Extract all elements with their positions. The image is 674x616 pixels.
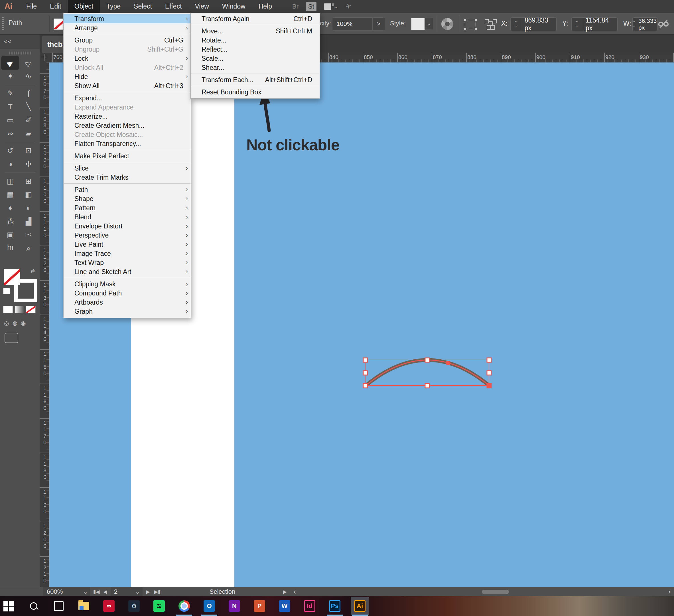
- transform-bounding-box-icon[interactable]: [465, 20, 476, 29]
- x-stepper[interactable]: ⌃⌄: [511, 18, 521, 31]
- taskbar-indesign-icon[interactable]: Id: [303, 600, 316, 612]
- w-stepper[interactable]: ⌃⌄: [633, 18, 636, 31]
- menu-item-group[interactable]: GroupCtrl+G: [64, 36, 191, 45]
- mesh-tool-icon[interactable]: ▦: [1, 188, 19, 201]
- y-field[interactable]: ⌃⌄ 1154.84 px: [571, 17, 617, 31]
- next-artboard-button[interactable]: ▶: [144, 587, 152, 596]
- symbol-sprayer-tool-icon[interactable]: ⁂: [1, 215, 19, 228]
- menubar-item-file[interactable]: File: [20, 0, 43, 13]
- ruler-origin-corner[interactable]: [40, 53, 49, 62]
- menu-item-move[interactable]: Move...Shift+Ctrl+M: [191, 26, 320, 36]
- menubar-item-edit[interactable]: Edit: [43, 0, 68, 13]
- taskbar-word-icon[interactable]: W: [278, 600, 291, 612]
- rotate-tool-icon[interactable]: ↺: [1, 144, 19, 158]
- direct-selection-tool-icon[interactable]: ▷: [19, 56, 38, 70]
- handle-mid-right[interactable]: [487, 371, 491, 375]
- taskbar-photoshop-icon[interactable]: Ps: [328, 600, 341, 612]
- menu-item-rotate[interactable]: Rotate...: [191, 36, 320, 45]
- status-back-icon[interactable]: ‹: [292, 587, 298, 596]
- menu-item-text-wrap[interactable]: Text Wrap›: [64, 258, 191, 267]
- menu-item-make-pixel-perfect[interactable]: Make Pixel Perfect: [64, 151, 191, 161]
- draw-inside-icon[interactable]: ◉: [21, 320, 26, 326]
- menu-item-compound-path[interactable]: Compound Path›: [64, 289, 191, 298]
- taskbar-task-view-icon[interactable]: [52, 600, 65, 612]
- menu-item-transform-each[interactable]: Transform Each...Alt+Shift+Ctrl+D: [191, 75, 320, 84]
- none-mode-button[interactable]: [26, 306, 35, 313]
- handle-mid-left[interactable]: [363, 371, 367, 375]
- zoom-tool-icon[interactable]: ⌕: [19, 241, 38, 255]
- eyedropper-tool-icon[interactable]: ♦: [1, 201, 19, 215]
- menubar-item-window[interactable]: Window: [216, 0, 252, 13]
- width-tool-icon[interactable]: ◑: [1, 158, 19, 171]
- taskbar-onenote-icon[interactable]: N: [228, 600, 241, 612]
- menu-item-lock[interactable]: Lock›: [64, 54, 191, 63]
- lasso-tool-icon[interactable]: ∿: [19, 70, 38, 83]
- menu-item-reset-bounding-box[interactable]: Reset Bounding Box: [191, 88, 320, 97]
- tools-collapse-button[interactable]: <<: [0, 34, 40, 49]
- recolor-artwork-icon[interactable]: [441, 18, 453, 30]
- panel-grip[interactable]: [2, 17, 4, 30]
- line-segment-tool-icon[interactable]: ╲: [19, 100, 38, 113]
- opacity-input[interactable]: 100%: [332, 17, 376, 30]
- pen-tool-icon[interactable]: ✎: [1, 87, 19, 100]
- menu-item-pattern[interactable]: Pattern›: [64, 203, 191, 212]
- menu-item-path[interactable]: Path›: [64, 185, 191, 194]
- slice-tool-icon[interactable]: ✂: [19, 228, 38, 241]
- handle-bottom-center[interactable]: [425, 384, 429, 388]
- draw-normal-icon[interactable]: ◎: [4, 320, 9, 326]
- handle-bottom-right[interactable]: [487, 384, 491, 388]
- perspective-grid-tool-icon[interactable]: ⊞: [19, 175, 38, 188]
- status-play-icon[interactable]: ▶: [281, 587, 289, 596]
- taskbar-powerpoint-icon[interactable]: P: [253, 600, 266, 612]
- style-swatch[interactable]: [411, 18, 425, 30]
- menu-item-shape[interactable]: Shape›: [64, 194, 191, 203]
- artboard-number-field[interactable]: 2: [111, 587, 136, 596]
- menu-item-hide[interactable]: Hide›: [64, 72, 191, 81]
- x-field[interactable]: ⌃⌄ 869.833 px: [510, 17, 557, 31]
- menu-item-perspective[interactable]: Perspective›: [64, 231, 191, 240]
- menu-item-graph[interactable]: Graph›: [64, 307, 191, 316]
- taskbar-outlook-icon[interactable]: O: [203, 600, 216, 612]
- artboard-tool-icon[interactable]: ▣: [1, 228, 19, 241]
- draw-behind-icon[interactable]: ◍: [12, 320, 17, 326]
- unlink-dimensions-icon[interactable]: [658, 19, 669, 29]
- screen-mode-button[interactable]: [5, 333, 18, 343]
- previous-artboard-button[interactable]: ◀: [101, 587, 109, 596]
- menu-item-blend[interactable]: Blend›: [64, 212, 191, 222]
- menu-item-envelope-distort[interactable]: Envelope Distort›: [64, 222, 191, 231]
- fill-swatch[interactable]: [4, 269, 20, 285]
- bridge-button[interactable]: Br: [292, 3, 299, 10]
- menubar-item-type[interactable]: Type: [100, 0, 127, 13]
- gradient-mode-button[interactable]: [15, 306, 24, 313]
- menu-item-scale[interactable]: Scale...: [191, 54, 320, 63]
- selection-tool-icon[interactable]: ▶: [1, 56, 19, 70]
- column-graph-tool-icon[interactable]: ▟: [19, 215, 38, 228]
- menu-item-live-paint[interactable]: Live Paint›: [64, 240, 191, 249]
- menu-item-flatten-transparency[interactable]: Flatten Transparency...: [64, 139, 191, 148]
- scale-tool-icon[interactable]: ⊡: [19, 144, 38, 158]
- taskbar-steam-icon[interactable]: ⚙: [128, 600, 140, 612]
- artboard-dropdown-icon[interactable]: ⌄: [133, 587, 142, 596]
- menu-item-show-all[interactable]: Show AllAlt+Ctrl+3: [64, 81, 191, 90]
- menu-item-reflect[interactable]: Reflect...: [191, 45, 320, 54]
- taskbar-illustrator-icon[interactable]: Ai: [353, 600, 366, 612]
- shaper-tool-icon[interactable]: ∾: [1, 127, 19, 140]
- menu-item-expand[interactable]: Expand...: [64, 94, 191, 103]
- hand-tool-icon[interactable]: ɰ: [1, 241, 19, 255]
- shape-builder-tool-icon[interactable]: ◫: [1, 175, 19, 188]
- handle-top-left[interactable]: [363, 358, 367, 362]
- menu-item-artboards[interactable]: Artboards›: [64, 298, 191, 307]
- handle-top-right[interactable]: [487, 358, 491, 362]
- taskbar-file-explorer-icon[interactable]: [78, 600, 90, 612]
- menubar-item-view[interactable]: View: [188, 0, 215, 13]
- zoom-level-field[interactable]: 600%: [43, 587, 84, 596]
- menu-item-transform[interactable]: Transform›: [64, 14, 191, 23]
- workspace-layout-icon[interactable]: ⌄: [324, 3, 338, 10]
- vertical-ruler[interactable]: 1070108010901100111011201130114011501160…: [40, 62, 49, 587]
- horizontal-scrollbar-thumb[interactable]: [482, 590, 509, 594]
- taskbar-chrome-icon[interactable]: [178, 600, 191, 612]
- taskbar-search-icon[interactable]: [27, 600, 40, 612]
- last-artboard-button[interactable]: ▶▮: [153, 587, 162, 596]
- color-mode-button[interactable]: [3, 306, 13, 313]
- taskbar-spotify-icon[interactable]: ≋: [153, 600, 165, 612]
